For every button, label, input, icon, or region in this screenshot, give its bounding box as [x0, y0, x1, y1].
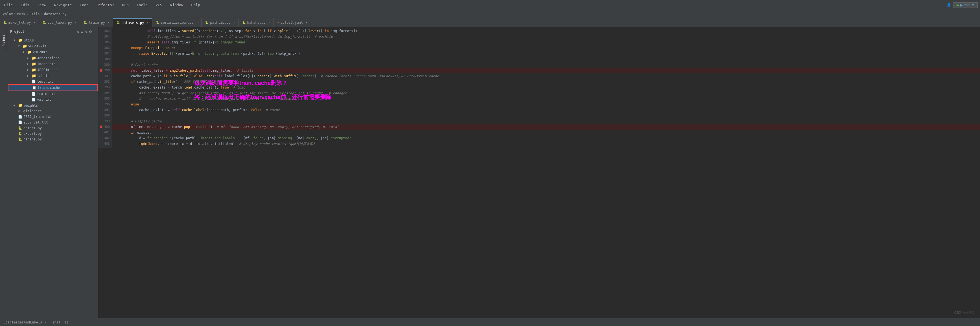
py-icon: 🐍: [84, 21, 87, 24]
menu-vcs[interactable]: VCS: [154, 2, 164, 8]
tree-item-2007-train[interactable]: ▶ 📄 2007_train.txt: [8, 114, 98, 120]
menu-tools[interactable]: Tools: [135, 2, 149, 8]
file-icon-gitignore: ⚙: [18, 109, 20, 113]
breadcrumb-part-2[interactable]: utils: [30, 12, 40, 16]
settings-icon[interactable]: ⚙: [89, 29, 91, 34]
sidebar-icons: ⊕ ≡ ⇅ ⚙ —: [77, 29, 96, 34]
menu-navigate[interactable]: Navigate: [52, 2, 74, 8]
code-line-390: self.label_files = img2label_paths(self.…: [112, 68, 980, 73]
folder-icon: 📁: [18, 38, 22, 42]
close-sidebar-icon[interactable]: —: [94, 29, 96, 34]
code-content[interactable]: self.img_files = sorted([x.replace('/', …: [112, 27, 980, 148]
tab-hahaha[interactable]: 🐍 hahaha.py ×: [239, 18, 274, 27]
tab-serialization[interactable]: 🐍 serialization.py ×: [153, 18, 202, 27]
code-editor[interactable]: 383 384 385 386 387 388 389 390 391 392 …: [98, 27, 980, 148]
code-line-396: else:: [112, 101, 980, 107]
breakpoint-390[interactable]: [100, 69, 102, 72]
tree-item-vocdevkit[interactable]: ▼ 📁 VOCdevkit: [8, 43, 98, 49]
tree-item-hahaha-py[interactable]: ▶ 🐍 hahaha.py: [8, 136, 98, 142]
breadcrumb-part-3[interactable]: datasets.py: [44, 12, 66, 16]
tab-datasets[interactable]: 🐍 datasets.py ×: [113, 18, 153, 27]
tree-item-annotations[interactable]: ▶ 📁 Annotations: [8, 55, 98, 61]
py-icon: 🐍: [242, 21, 245, 24]
tab-close-pathlib[interactable]: ×: [233, 21, 235, 24]
tree-item-test-txt[interactable]: ▶ 📄 test.txt: [8, 79, 98, 84]
menu-window[interactable]: Window: [169, 2, 185, 8]
tree-item-val-txt[interactable]: ▶ 📄 val.txt: [8, 97, 98, 102]
tree-item-detect-py[interactable]: ▶ 🐍 detect.py: [8, 125, 98, 131]
tab-bar: 🐍 make_txt.py × 🐍 voc_label.py × 🐍 train…: [0, 18, 980, 27]
folder-icon-labels: 📁: [32, 74, 36, 78]
code-line-388: [112, 56, 980, 62]
tab-close-voc-label[interactable]: ×: [75, 21, 76, 24]
folder-icon-vocdevkit: 📁: [22, 44, 27, 48]
status-bar: LoadImagesAndLabels › __init__(): [0, 318, 980, 326]
tab-make-txt[interactable]: 🐍 make_txt.py ×: [0, 18, 39, 27]
tree-item-2007-val[interactable]: ▶ 📄 2007_val.txt: [8, 120, 98, 125]
line-400: 400: [100, 124, 110, 130]
code-wrapper: 每次训练前需要将train. cache删除？ 答：还没训练出正确的train.…: [98, 27, 980, 318]
tab-yolov7-yaml[interactable]: ⚙ yolov7.yaml ×: [274, 18, 311, 27]
tree-item-train-txt[interactable]: ▶ 📄 train.txt: [8, 91, 98, 97]
menu-view[interactable]: View: [36, 2, 48, 8]
menu-code[interactable]: Code: [78, 2, 90, 8]
menu-run[interactable]: Run: [121, 2, 130, 8]
menu-file[interactable]: File: [2, 2, 14, 8]
sync-icon[interactable]: ≡: [81, 29, 83, 34]
tab-pathlib[interactable]: 🐍 pathlib.py ×: [202, 18, 239, 27]
tree-item-labels[interactable]: ▶ 📁 labels: [8, 73, 98, 79]
breakpoint-400[interactable]: [100, 125, 102, 128]
sort-icon[interactable]: ⇅: [85, 29, 88, 34]
vertical-tab: Project: [0, 27, 8, 318]
menu-refactor[interactable]: Refactor: [95, 2, 116, 8]
expand-arrow-weights: ▶: [14, 104, 17, 107]
editor-area: 每次训练前需要将train. cache删除？ 答：还没训练出正确的train.…: [98, 27, 980, 318]
watermark: CSDN 转自博客: [954, 311, 974, 315]
line-numbers: 383 384 385 386 387 388 389 390 391 392 …: [98, 27, 112, 148]
code-line-386: except Exception as e:: [112, 45, 980, 51]
tree-item-weights[interactable]: ▶ 📁 weights: [8, 102, 98, 108]
tab-close-hahaha[interactable]: ×: [269, 21, 270, 24]
file-icon-hahaha-py: 🐍: [18, 137, 22, 141]
yaml-icon: ⚙: [277, 21, 279, 24]
code-line-400: nf, nm, ne, nc, n = cache.pop('results')…: [112, 124, 980, 130]
sidebar-header: Project ⊕ ≡ ⇅ ⚙ —: [8, 27, 98, 36]
expand-arrow-vocdevkit: ▼: [18, 44, 21, 47]
tab-close-train[interactable]: ×: [108, 21, 110, 24]
expand-arrow-jpegimages: ▶: [27, 68, 30, 71]
menu-edit[interactable]: Edit: [19, 2, 31, 8]
tree-item-train-cache[interactable]: ▶ 📋 train.cache: [8, 84, 98, 91]
code-line-384: # self.img_files = sorted([x for x in f …: [112, 34, 980, 40]
tab-voc-label[interactable]: 🐍 voc_label.py ×: [39, 18, 80, 27]
expand-arrow-imagesets: ▶: [27, 62, 30, 65]
tree-item-export-py[interactable]: ▶ 🐍 export.py: [8, 131, 98, 136]
code-line-394: #if cache['hash'] != get_hash(self.label…: [112, 90, 980, 96]
tree-item-imagesets[interactable]: ▶ 📁 ImageSets: [8, 61, 98, 67]
breadcrumb-part-1[interactable]: yolov7-mask: [3, 12, 25, 16]
sidebar-title: Project: [10, 30, 75, 33]
tab-close-serialization[interactable]: ×: [196, 21, 198, 24]
user-icon[interactable]: 👤: [947, 3, 951, 7]
py-icon: 🐍: [156, 21, 159, 24]
expand-arrow-utils: ▼: [14, 39, 17, 42]
file-icon-train-txt: 📄: [32, 92, 36, 96]
tree-item-utils[interactable]: ▼ 📁 utils: [8, 37, 98, 43]
main-layout: Project Project ⊕ ≡ ⇅ ⚙ — ▼ 📁 utils ▼ �: [0, 27, 980, 318]
project-tab[interactable]: Project: [0, 29, 7, 52]
tree-item-gitignore[interactable]: ▶ ⚙ .gitignore: [8, 108, 98, 114]
tab-close-make-txt[interactable]: ×: [33, 21, 35, 24]
line-390: 390: [100, 68, 110, 73]
expand-arrow-labels: ▶: [27, 74, 30, 77]
menu-help[interactable]: Help: [190, 2, 202, 8]
status-breadcrumb: LoadImagesAndLabels › __init__(): [3, 320, 68, 324]
tree-item-jpegimages[interactable]: ▶ 📁 JPEGImages: [8, 67, 98, 73]
file-icon-val-txt: 📄: [32, 98, 36, 101]
add-icon[interactable]: ⊕: [77, 29, 79, 34]
folder-icon-imagesets: 📁: [32, 62, 36, 66]
tree-item-voc2007[interactable]: ▼ 📁 VOC2007: [8, 49, 98, 55]
tab-close-yolov7-yaml[interactable]: ×: [306, 21, 307, 24]
run-button[interactable]: ▶ ▶ train ▼: [953, 2, 978, 8]
tab-train[interactable]: 🐍 train.py ×: [80, 18, 113, 27]
tab-close-datasets[interactable]: ×: [147, 21, 149, 24]
py-icon: 🐍: [205, 21, 208, 24]
